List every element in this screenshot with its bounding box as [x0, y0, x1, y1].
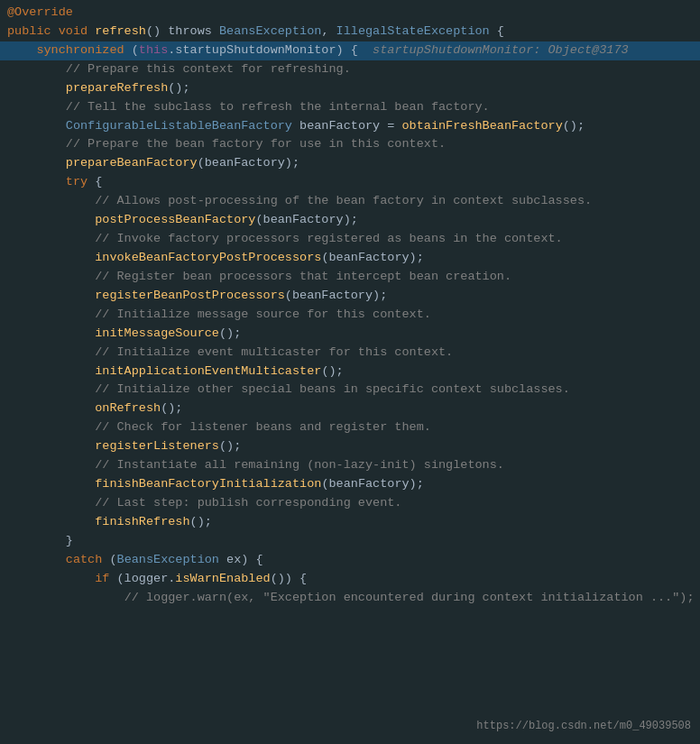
code-line-37: // Last step: publish corresponding even…	[0, 494, 700, 513]
code-line-20: registerBeanPostProcessors(beanFactory);	[0, 287, 700, 306]
code-line-31: // Check for listener beans and register…	[0, 418, 700, 437]
code-line-highlighted: synchronized (this.startupShutdownMonito…	[0, 41, 700, 60]
code-line-16: // Invoke factory processors registered …	[0, 230, 700, 249]
code-line-29: onRefresh();	[0, 400, 700, 418]
code-line-19: // Register bean processors that interce…	[0, 268, 700, 287]
code-line-32: registerListeners();	[0, 437, 700, 456]
code-line-1: @Override	[0, 4, 700, 23]
code-line-12: try {	[0, 173, 700, 192]
code-line-35: finishBeanFactoryInitialization(beanFact…	[0, 475, 700, 494]
code-line-42: if (logger.isWarnEnabled()) {	[0, 570, 700, 589]
code-line-38: finishRefresh();	[0, 513, 700, 532]
code-line-3: // Prepare this context for refreshing.	[0, 60, 700, 79]
code-line-34: // Instantiate all remaining (non-lazy-i…	[0, 456, 700, 475]
code-line-10: prepareBeanFactory(beanFactory);	[0, 154, 700, 173]
code-line-23: initMessageSource();	[0, 325, 700, 344]
code-line-41: catch (BeansException ex) {	[0, 551, 700, 570]
code-line-26: initApplicationEventMulticaster();	[0, 363, 700, 381]
code-line-13: // Allows post-processing of the bean fa…	[0, 192, 700, 211]
code-line-2: public void refresh() throws BeansExcept…	[0, 23, 700, 41]
code-line-6: // Tell the subclass to refresh the inte…	[0, 98, 700, 117]
code-line-39: }	[0, 532, 700, 551]
code-line-22: // Initialize message source for this co…	[0, 306, 700, 325]
code-line-43: // logger.warn(ex, "Exception encountere…	[0, 589, 700, 608]
code-editor: @Override public void refresh() throws B…	[0, 0, 700, 744]
code-line-7: ConfigurableListableBeanFactory beanFact…	[0, 117, 700, 136]
code-line-25: // Initialize event multicaster for this…	[0, 344, 700, 363]
code-line-28: // Initialize other special beans in spe…	[0, 381, 700, 400]
code-line-4: prepareRefresh();	[0, 79, 700, 98]
watermark-link: https://blog.csdn.net/m0_49039508	[476, 718, 691, 735]
code-line-17: invokeBeanFactoryPostProcessors(beanFact…	[0, 249, 700, 268]
code-line-14: postProcessBeanFactory(beanFactory);	[0, 211, 700, 230]
code-line-9: // Prepare the bean factory for use in t…	[0, 135, 700, 154]
